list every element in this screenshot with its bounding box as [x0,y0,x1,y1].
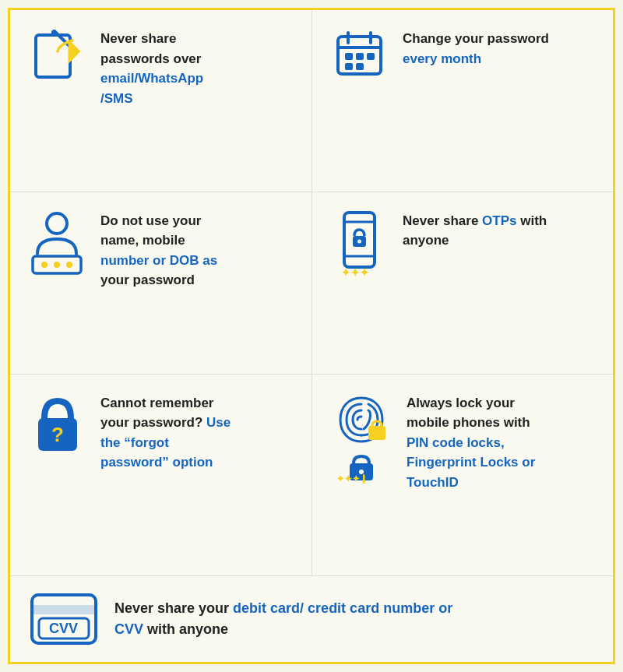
main-container: Never sharepasswords overemail/WhatsApp/… [8,8,615,664]
cvv-highlight: debit card/ credit card number orCVV [114,600,452,637]
lock-question-icon: ? [32,393,83,456]
cell-lock-phone: ✦✦✦❙ Always lock yourmobile phones withP… [312,375,613,576]
calendar-icon [334,29,385,79]
svg-rect-6 [367,53,375,60]
phone-otp-icon-wrap: ✦✦✦ [328,211,390,281]
svg-rect-5 [356,53,364,60]
share-password-text: Never sharepasswords overemail/WhatsApp/… [100,29,203,108]
svg-text:?: ? [51,423,64,446]
cell-change-password: Change your passwordevery month [312,10,613,192]
share-password-icon [30,29,84,83]
forgot-password-text: Cannot rememberyour password? Usethe “fo… [100,393,231,473]
change-password-text: Change your passwordevery month [403,29,549,69]
otp-highlight: OTPs [482,213,516,228]
svg-marker-1 [69,40,80,63]
cvv-icon-wrap: CVV [29,593,99,646]
svg-point-14 [54,262,60,268]
lock-stars-icon: ✦✦✦❙ [334,452,389,484]
svg-text:✦✦✦❙: ✦✦✦❙ [336,473,368,484]
svg-rect-4 [345,53,353,60]
person-dob-icon [28,211,86,277]
svg-rect-29 [32,605,96,614]
dob-highlight: number or DOB as [100,253,217,268]
fingerprint-icon [334,393,389,446]
phone-otp-icon: ✦✦✦ [338,211,381,281]
cell-forgot-password: ? Cannot rememberyour password? Usethe “… [10,375,312,576]
cvv-card-icon: CVV [30,593,98,646]
cell-dob-password: Do not use yourname, mobilenumber or DOB… [10,192,312,375]
svg-rect-7 [345,63,353,70]
otp-text: Never share OTPs withanyone [403,211,547,251]
dob-password-text: Do not use yourname, mobilenumber or DOB… [100,211,217,290]
fingerprint-lock-icon-wrap: ✦✦✦❙ [328,393,394,484]
cvv-text: Never share your debit card/ credit card… [114,598,452,640]
share-icon-wrap [26,29,88,83]
svg-text:✦✦✦: ✦✦✦ [341,266,369,279]
change-password-highlight: every month [403,51,481,66]
svg-point-15 [66,262,72,268]
svg-point-13 [41,262,48,268]
person-icon-wrap [26,211,88,277]
lock-phone-text: Always lock yourmobile phones withPIN co… [407,393,535,493]
svg-rect-8 [356,63,364,70]
lock-phone-highlight: PIN code locks,Fingerprint Locks orTouch… [407,435,535,490]
forgot-highlight: Usethe “forgotpassword” option [100,415,231,470]
cell-otp: ✦✦✦ Never share OTPs withanyone [312,192,613,375]
svg-text:CVV: CVV [49,621,78,636]
top-grid: Never sharepasswords overemail/WhatsApp/… [10,10,613,576]
bottom-row-cvv: CVV Never share your debit card/ credit … [10,576,613,662]
cell-share-password: Never sharepasswords overemail/WhatsApp/… [10,10,312,192]
calendar-icon-wrap [328,29,390,79]
svg-rect-24 [368,426,385,440]
lock-question-icon-wrap: ? [26,393,88,456]
svg-point-11 [47,213,67,234]
svg-point-20 [357,239,361,243]
share-password-highlight: email/WhatsApp/SMS [100,71,203,106]
